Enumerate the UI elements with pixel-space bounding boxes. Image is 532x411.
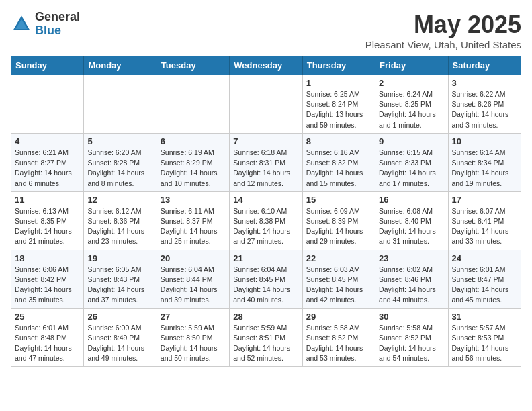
col-header-monday: Monday (84, 56, 157, 75)
calendar-cell (84, 75, 157, 134)
day-number: 31 (452, 312, 517, 322)
day-number: 6 (161, 136, 226, 146)
day-number: 16 (379, 195, 444, 205)
logo-blue-text: Blue (35, 24, 80, 38)
calendar-week-row: 11Sunrise: 6:13 AM Sunset: 8:35 PM Dayli… (11, 191, 521, 250)
day-detail: Sunrise: 5:57 AM Sunset: 8:53 PM Dayligh… (452, 323, 517, 364)
calendar-cell: 22Sunrise: 6:03 AM Sunset: 8:45 PM Dayli… (302, 250, 375, 308)
calendar-cell: 1Sunrise: 6:25 AM Sunset: 8:24 PM Daylig… (302, 75, 375, 134)
logo-general-text: General (35, 11, 80, 24)
day-number: 10 (452, 136, 517, 146)
day-detail: Sunrise: 6:16 AM Sunset: 8:32 PM Dayligh… (306, 148, 371, 189)
calendar-cell (11, 75, 84, 134)
day-detail: Sunrise: 5:59 AM Sunset: 8:51 PM Dayligh… (233, 323, 298, 364)
day-detail: Sunrise: 6:08 AM Sunset: 8:40 PM Dayligh… (379, 206, 444, 247)
calendar-cell: 4Sunrise: 6:21 AM Sunset: 8:27 PM Daylig… (11, 133, 84, 191)
title-block: May 2025 Pleasant View, Utah, United Sta… (365, 11, 521, 50)
day-detail: Sunrise: 6:19 AM Sunset: 8:29 PM Dayligh… (161, 148, 226, 189)
day-detail: Sunrise: 6:25 AM Sunset: 8:24 PM Dayligh… (306, 89, 371, 130)
day-detail: Sunrise: 6:09 AM Sunset: 8:39 PM Dayligh… (306, 206, 371, 247)
calendar-cell: 31Sunrise: 5:57 AM Sunset: 8:53 PM Dayli… (448, 308, 521, 367)
calendar-cell: 10Sunrise: 6:14 AM Sunset: 8:34 PM Dayli… (448, 133, 521, 191)
page-header: General Blue May 2025 Pleasant View, Uta… (11, 11, 521, 50)
calendar-cell: 17Sunrise: 6:07 AM Sunset: 8:41 PM Dayli… (448, 191, 521, 250)
logo: General Blue (11, 11, 80, 38)
day-number: 14 (233, 195, 298, 205)
day-number: 12 (87, 195, 152, 205)
day-number: 29 (306, 312, 371, 322)
day-number: 27 (161, 312, 226, 322)
day-detail: Sunrise: 6:24 AM Sunset: 8:25 PM Dayligh… (379, 89, 444, 130)
calendar-cell (157, 75, 229, 134)
calendar-header-row: SundayMondayTuesdayWednesdayThursdayFrid… (11, 56, 521, 75)
day-detail: Sunrise: 6:01 AM Sunset: 8:47 PM Dayligh… (452, 265, 517, 306)
calendar-cell: 24Sunrise: 6:01 AM Sunset: 8:47 PM Dayli… (448, 250, 521, 308)
day-number: 30 (379, 312, 444, 322)
day-detail: Sunrise: 6:05 AM Sunset: 8:43 PM Dayligh… (87, 265, 152, 306)
day-number: 8 (306, 136, 371, 146)
day-detail: Sunrise: 6:21 AM Sunset: 8:27 PM Dayligh… (15, 148, 80, 189)
calendar-cell: 11Sunrise: 6:13 AM Sunset: 8:35 PM Dayli… (11, 191, 84, 250)
day-number: 3 (452, 78, 517, 88)
day-detail: Sunrise: 6:04 AM Sunset: 8:44 PM Dayligh… (161, 265, 226, 306)
day-detail: Sunrise: 5:58 AM Sunset: 8:52 PM Dayligh… (379, 323, 444, 364)
day-number: 1 (306, 78, 371, 88)
day-number: 5 (87, 136, 152, 146)
day-detail: Sunrise: 6:06 AM Sunset: 8:42 PM Dayligh… (15, 265, 80, 306)
calendar-cell: 14Sunrise: 6:10 AM Sunset: 8:38 PM Dayli… (230, 191, 302, 250)
day-number: 7 (233, 136, 298, 146)
col-header-tuesday: Tuesday (157, 56, 229, 75)
calendar-cell: 26Sunrise: 6:00 AM Sunset: 8:49 PM Dayli… (84, 308, 157, 367)
day-number: 2 (379, 78, 444, 88)
day-number: 18 (15, 253, 80, 263)
day-number: 20 (161, 253, 226, 263)
day-number: 26 (87, 312, 152, 322)
calendar-week-row: 18Sunrise: 6:06 AM Sunset: 8:42 PM Dayli… (11, 250, 521, 308)
calendar-cell: 30Sunrise: 5:58 AM Sunset: 8:52 PM Dayli… (375, 308, 448, 367)
calendar-cell: 15Sunrise: 6:09 AM Sunset: 8:39 PM Dayli… (302, 191, 375, 250)
day-detail: Sunrise: 6:02 AM Sunset: 8:46 PM Dayligh… (379, 265, 444, 306)
calendar-cell: 25Sunrise: 6:01 AM Sunset: 8:48 PM Dayli… (11, 308, 84, 367)
calendar-cell: 7Sunrise: 6:18 AM Sunset: 8:31 PM Daylig… (230, 133, 302, 191)
calendar-cell: 5Sunrise: 6:20 AM Sunset: 8:28 PM Daylig… (84, 133, 157, 191)
day-number: 9 (379, 136, 444, 146)
calendar-week-row: 1Sunrise: 6:25 AM Sunset: 8:24 PM Daylig… (11, 75, 521, 134)
col-header-saturday: Saturday (448, 56, 521, 75)
col-header-friday: Friday (375, 56, 448, 75)
day-number: 11 (15, 195, 80, 205)
calendar-week-row: 4Sunrise: 6:21 AM Sunset: 8:27 PM Daylig… (11, 133, 521, 191)
calendar-cell: 3Sunrise: 6:22 AM Sunset: 8:26 PM Daylig… (448, 75, 521, 134)
day-number: 15 (306, 195, 371, 205)
calendar-cell: 2Sunrise: 6:24 AM Sunset: 8:25 PM Daylig… (375, 75, 448, 134)
day-detail: Sunrise: 6:04 AM Sunset: 8:45 PM Dayligh… (233, 265, 298, 306)
day-number: 22 (306, 253, 371, 263)
day-number: 23 (379, 253, 444, 263)
day-detail: Sunrise: 6:14 AM Sunset: 8:34 PM Dayligh… (452, 148, 517, 189)
day-number: 28 (233, 312, 298, 322)
day-detail: Sunrise: 5:59 AM Sunset: 8:50 PM Dayligh… (161, 323, 226, 364)
calendar-cell: 16Sunrise: 6:08 AM Sunset: 8:40 PM Dayli… (375, 191, 448, 250)
calendar-cell: 13Sunrise: 6:11 AM Sunset: 8:37 PM Dayli… (157, 191, 229, 250)
day-number: 25 (15, 312, 80, 322)
logo-icon (11, 13, 32, 35)
day-detail: Sunrise: 6:01 AM Sunset: 8:48 PM Dayligh… (15, 323, 80, 364)
month-title: May 2025 (365, 11, 521, 39)
calendar-cell: 12Sunrise: 6:12 AM Sunset: 8:36 PM Dayli… (84, 191, 157, 250)
calendar-cell: 19Sunrise: 6:05 AM Sunset: 8:43 PM Dayli… (84, 250, 157, 308)
calendar-cell: 20Sunrise: 6:04 AM Sunset: 8:44 PM Dayli… (157, 250, 229, 308)
col-header-wednesday: Wednesday (230, 56, 302, 75)
calendar-cell: 6Sunrise: 6:19 AM Sunset: 8:29 PM Daylig… (157, 133, 229, 191)
day-detail: Sunrise: 6:13 AM Sunset: 8:35 PM Dayligh… (15, 206, 80, 247)
day-detail: Sunrise: 6:18 AM Sunset: 8:31 PM Dayligh… (233, 148, 298, 189)
day-number: 4 (15, 136, 80, 146)
day-detail: Sunrise: 6:15 AM Sunset: 8:33 PM Dayligh… (379, 148, 444, 189)
day-number: 21 (233, 253, 298, 263)
day-detail: Sunrise: 6:12 AM Sunset: 8:36 PM Dayligh… (87, 206, 152, 247)
day-detail: Sunrise: 5:58 AM Sunset: 8:52 PM Dayligh… (306, 323, 371, 364)
calendar-cell: 23Sunrise: 6:02 AM Sunset: 8:46 PM Dayli… (375, 250, 448, 308)
day-detail: Sunrise: 6:03 AM Sunset: 8:45 PM Dayligh… (306, 265, 371, 306)
location-title: Pleasant View, Utah, United States (365, 39, 521, 50)
calendar-cell: 18Sunrise: 6:06 AM Sunset: 8:42 PM Dayli… (11, 250, 84, 308)
calendar-cell: 28Sunrise: 5:59 AM Sunset: 8:51 PM Dayli… (230, 308, 302, 367)
day-detail: Sunrise: 6:11 AM Sunset: 8:37 PM Dayligh… (161, 206, 226, 247)
